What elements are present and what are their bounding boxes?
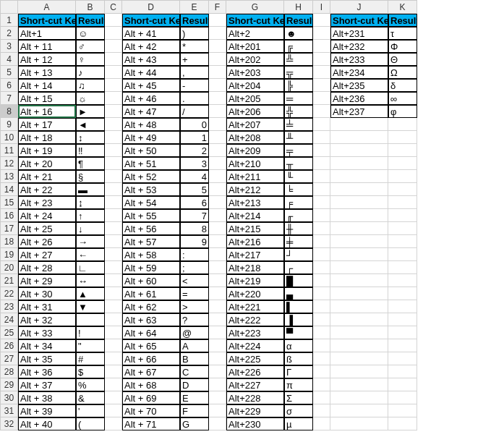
empty-cell[interactable]	[330, 118, 388, 131]
table-header[interactable]: Result	[284, 14, 313, 27]
shortcut-key-cell[interactable]: Alt+233	[330, 53, 388, 66]
empty-cell[interactable]	[330, 144, 388, 157]
empty-cell[interactable]	[105, 300, 122, 313]
result-cell[interactable]: ►	[76, 105, 105, 118]
result-cell[interactable]: Σ	[284, 391, 313, 404]
shortcut-key-cell[interactable]: Alt+206	[226, 105, 284, 118]
empty-cell[interactable]	[209, 209, 226, 222]
column-header-E[interactable]: E	[180, 1, 209, 14]
shortcut-key-cell[interactable]: Alt + 28	[18, 261, 76, 274]
empty-cell[interactable]	[313, 14, 330, 27]
empty-cell[interactable]	[209, 417, 226, 430]
empty-cell[interactable]	[388, 352, 417, 365]
shortcut-key-cell[interactable]: Alt + 37	[18, 378, 76, 391]
empty-cell[interactable]	[105, 79, 122, 92]
result-cell[interactable]: 7	[180, 209, 209, 222]
shortcut-key-cell[interactable]: Alt + 61	[122, 287, 180, 300]
empty-cell[interactable]	[330, 183, 388, 196]
result-cell[interactable]: ♂	[76, 40, 105, 53]
result-cell[interactable]: $	[76, 365, 105, 378]
shortcut-key-cell[interactable]: Alt+221	[226, 300, 284, 313]
empty-cell[interactable]	[313, 92, 330, 105]
row-header-32[interactable]: 32	[1, 417, 18, 430]
result-cell[interactable]: 4	[180, 170, 209, 183]
shortcut-key-cell[interactable]: Alt + 19	[18, 144, 76, 157]
result-cell[interactable]: ↑	[76, 209, 105, 222]
row-header-5[interactable]: 5	[1, 66, 18, 79]
row-header-10[interactable]: 10	[1, 131, 18, 144]
empty-cell[interactable]	[313, 300, 330, 313]
result-cell[interactable]: ↨	[76, 196, 105, 209]
shortcut-key-cell[interactable]: Alt + 71	[122, 417, 180, 430]
result-cell[interactable]: §	[76, 170, 105, 183]
row-header-28[interactable]: 28	[1, 365, 18, 378]
result-cell[interactable]: ▄	[284, 287, 313, 300]
select-all-corner[interactable]	[1, 1, 18, 14]
result-cell[interactable]: ↔	[76, 274, 105, 287]
result-cell[interactable]: &	[76, 391, 105, 404]
row-header-22[interactable]: 22	[1, 287, 18, 300]
shortcut-key-cell[interactable]: Alt + 38	[18, 391, 76, 404]
empty-cell[interactable]	[105, 92, 122, 105]
empty-cell[interactable]	[313, 144, 330, 157]
shortcut-key-cell[interactable]: Alt + 21	[18, 170, 76, 183]
shortcut-key-cell[interactable]: Alt + 36	[18, 365, 76, 378]
result-cell[interactable]: ╦	[284, 66, 313, 79]
result-cell[interactable]: ╤	[284, 144, 313, 157]
shortcut-key-cell[interactable]: Alt+215	[226, 222, 284, 235]
result-cell[interactable]: ☼	[76, 92, 105, 105]
empty-cell[interactable]	[313, 105, 330, 118]
result-cell[interactable]: █	[284, 274, 313, 287]
result-cell[interactable]: ▐	[284, 313, 313, 326]
shortcut-key-cell[interactable]: Alt+209	[226, 144, 284, 157]
shortcut-key-cell[interactable]: Alt + 27	[18, 248, 76, 261]
shortcut-key-cell[interactable]: Alt + 67	[122, 365, 180, 378]
result-cell[interactable]: !	[76, 326, 105, 339]
result-cell[interactable]: C	[180, 365, 209, 378]
row-header-8[interactable]: 8	[1, 105, 18, 118]
empty-cell[interactable]	[388, 339, 417, 352]
shortcut-key-cell[interactable]: Alt + 12	[18, 53, 76, 66]
empty-cell[interactable]	[105, 391, 122, 404]
row-header-16[interactable]: 16	[1, 209, 18, 222]
empty-cell[interactable]	[313, 287, 330, 300]
empty-cell[interactable]	[209, 27, 226, 40]
column-header-D[interactable]: D	[122, 1, 180, 14]
empty-cell[interactable]	[313, 248, 330, 261]
result-cell[interactable]: 1	[180, 131, 209, 144]
empty-cell[interactable]	[105, 339, 122, 352]
result-cell[interactable]: ╬	[284, 105, 313, 118]
result-cell[interactable]: ╠	[284, 79, 313, 92]
shortcut-key-cell[interactable]: Alt + 33	[18, 326, 76, 339]
shortcut-key-cell[interactable]: Alt + 11	[18, 40, 76, 53]
empty-cell[interactable]	[105, 261, 122, 274]
empty-cell[interactable]	[313, 27, 330, 40]
shortcut-key-cell[interactable]: Alt + 15	[18, 92, 76, 105]
empty-cell[interactable]	[209, 339, 226, 352]
result-cell[interactable]: '	[76, 404, 105, 417]
row-header-27[interactable]: 27	[1, 352, 18, 365]
result-cell[interactable]: ∟	[76, 261, 105, 274]
empty-cell[interactable]	[209, 66, 226, 79]
empty-cell[interactable]	[313, 261, 330, 274]
result-cell[interactable]: ß	[284, 352, 313, 365]
empty-cell[interactable]	[209, 170, 226, 183]
row-header-3[interactable]: 3	[1, 40, 18, 53]
shortcut-key-cell[interactable]: Alt+222	[226, 313, 284, 326]
shortcut-key-cell[interactable]: Alt+231	[330, 27, 388, 40]
shortcut-key-cell[interactable]: Alt+224	[226, 339, 284, 352]
result-cell[interactable]: ♀	[76, 53, 105, 66]
column-header-J[interactable]: J	[330, 1, 388, 14]
empty-cell[interactable]	[330, 404, 388, 417]
shortcut-key-cell[interactable]: Alt + 35	[18, 352, 76, 365]
empty-cell[interactable]	[388, 261, 417, 274]
row-header-2[interactable]: 2	[1, 27, 18, 40]
empty-cell[interactable]	[209, 287, 226, 300]
shortcut-key-cell[interactable]: Alt+232	[330, 40, 388, 53]
empty-cell[interactable]	[388, 248, 417, 261]
shortcut-key-cell[interactable]: Alt + 16	[18, 105, 76, 118]
empty-cell[interactable]	[209, 300, 226, 313]
shortcut-key-cell[interactable]: Alt + 51	[122, 157, 180, 170]
empty-cell[interactable]	[105, 209, 122, 222]
result-cell[interactable]: τ	[388, 27, 417, 40]
